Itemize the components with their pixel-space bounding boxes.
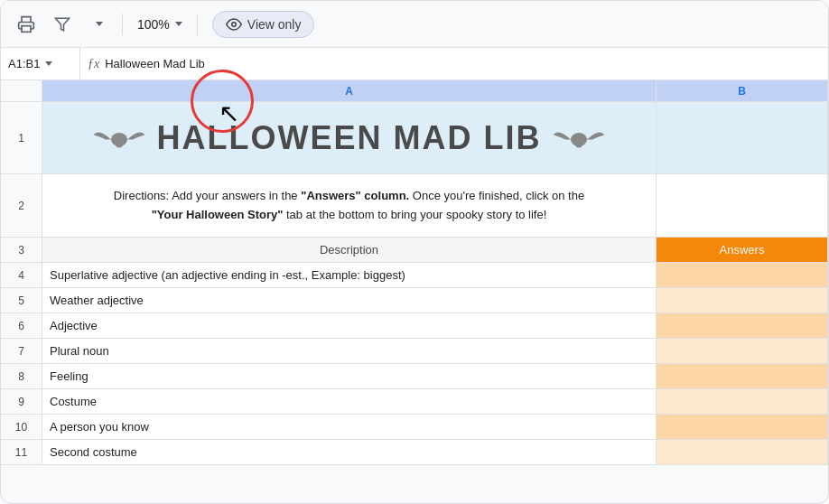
cell-b8[interactable] [657, 364, 828, 388]
formula-fx-icon: ƒx [88, 57, 99, 71]
row-4: 4 Superlative adjective (an adjective en… [1, 263, 828, 288]
row-num-1: 1 [1, 102, 42, 173]
svg-point-2 [232, 22, 237, 26]
view-only-label: View only [247, 17, 302, 32]
row-num-2: 2 [1, 174, 42, 237]
col-header-a[interactable]: A [42, 80, 657, 101]
col-header-b[interactable]: B [657, 80, 828, 101]
row-num-9: 9 [1, 389, 42, 414]
eye-icon [226, 16, 242, 33]
bat-right-icon [552, 120, 606, 156]
cell-a5[interactable]: Weather adjective [42, 288, 657, 313]
cell-b7[interactable] [657, 339, 828, 363]
cell-reference: A1:B1 [8, 48, 80, 79]
row-num-5: 5 [1, 288, 42, 313]
row-num-8: 8 [1, 364, 42, 388]
row-3: 3 Description Answers [1, 238, 828, 263]
row-num-6: 6 [1, 313, 42, 338]
view-only-badge[interactable]: View only [212, 11, 315, 38]
cell-b3[interactable]: Answers [657, 238, 828, 262]
cell-b10[interactable] [657, 415, 828, 439]
row-num-4: 4 [1, 263, 42, 287]
row-num-11: 11 [1, 440, 42, 464]
cell-b11[interactable] [657, 440, 828, 464]
cell-b9[interactable] [657, 389, 828, 414]
cell-a8[interactable]: Feeling [42, 364, 657, 388]
row-num-7: 7 [1, 339, 42, 363]
row-6: 6 Adjective [1, 313, 828, 339]
cell-a10[interactable]: A person you know [42, 415, 657, 439]
answers-header: Answers [720, 243, 765, 257]
svg-rect-0 [22, 25, 31, 32]
column-headers: A B [1, 80, 828, 102]
cell-a4[interactable]: Superlative adjective (an adjective endi… [42, 263, 657, 287]
sheet-title: HALLOWEEN MAD LIB [157, 119, 542, 157]
zoom-chevron-icon [175, 22, 182, 26]
cell-a2[interactable]: Directions: Add your answers in the "Ans… [42, 174, 657, 237]
toolbar: 100% View only [1, 1, 828, 48]
formula-bar: A1:B1 ƒx Halloween Mad Lib [1, 48, 828, 80]
row-7: 7 Plural noun [1, 339, 828, 364]
cell-a1[interactable]: HALLOWEEN MAD LIB [42, 102, 657, 173]
print-button[interactable] [12, 10, 41, 39]
row-num-3: 3 [1, 238, 42, 262]
svg-point-4 [116, 142, 123, 147]
row-10: 10 A person you know [1, 415, 828, 440]
cell-b6[interactable] [657, 313, 828, 338]
formula-value: Halloween Mad Lib [105, 57, 205, 70]
bat-left-icon [92, 120, 146, 156]
directions-line1: Directions: Add your answers in the "Ans… [114, 187, 584, 206]
row-1: 1 HALLOWEEN MAD LIB [1, 102, 828, 174]
row-num-header [1, 80, 42, 101]
row-5: 5 Weather adjective [1, 288, 828, 313]
row-num-10: 10 [1, 415, 42, 439]
row-8: 8 Feeling [1, 364, 828, 389]
cell-a11[interactable]: Second costume [42, 440, 657, 464]
directions-line2: "Your Halloween Story" tab at the bottom… [152, 206, 547, 225]
svg-point-6 [576, 142, 583, 147]
separator [122, 14, 123, 35]
row-9: 9 Costume [1, 389, 828, 415]
cell-b5[interactable] [657, 288, 828, 313]
svg-marker-1 [56, 18, 70, 31]
description-header: Description [320, 243, 378, 257]
filter-button[interactable] [48, 10, 77, 39]
cell-a9[interactable]: Costume [42, 389, 657, 414]
cell-b1[interactable] [657, 102, 828, 173]
filter-chevron[interactable] [84, 10, 113, 39]
cell-ref-text: A1:B1 [8, 57, 40, 70]
chevron-down-icon [96, 22, 103, 26]
cell-ref-chevron-icon [45, 61, 52, 66]
row-2: 2 Directions: Add your answers in the "A… [1, 174, 828, 238]
cell-a3[interactable]: Description [42, 238, 657, 262]
zoom-value: 100% [137, 17, 170, 32]
cell-a6[interactable]: Adjective [42, 313, 657, 338]
row-11: 11 Second costume [1, 440, 828, 465]
spreadsheet-grid: A B 1 HALLOWEEN MAD LIB [1, 80, 828, 465]
cell-b4[interactable] [657, 263, 828, 287]
separator2 [197, 14, 198, 35]
cell-b2[interactable] [657, 174, 828, 237]
cell-a7[interactable]: Plural noun [42, 339, 657, 363]
zoom-control[interactable]: 100% [132, 14, 188, 35]
